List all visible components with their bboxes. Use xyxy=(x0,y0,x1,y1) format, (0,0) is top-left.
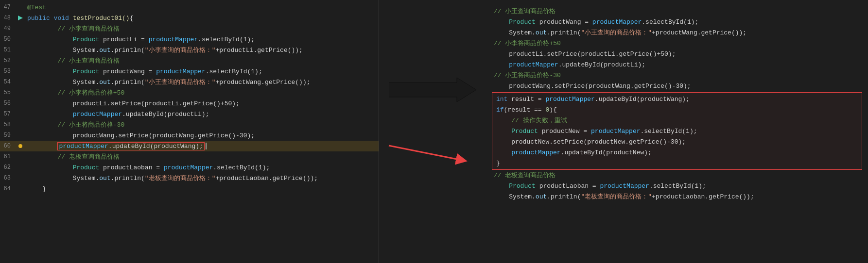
code-line-53: 53 Product productWang = productMapper.s… xyxy=(0,66,379,77)
line-content: Product productLaoban = productMapper.se… xyxy=(25,164,377,171)
code-token: productWang = xyxy=(539,18,592,26)
code-line-56: 56 productLi.setPrice(productLi.getPrice… xyxy=(0,98,379,109)
line-content: // 老板查询商品价格 xyxy=(25,152,377,161)
code-line-62: 62 Product productLaoban = productMapper… xyxy=(0,162,379,173)
line-content: // 小李将商品价格+50 xyxy=(25,88,377,97)
code-token: // 小李查询商品价格 xyxy=(27,25,120,33)
line-number: 48 xyxy=(0,15,16,21)
code-token: productNew = xyxy=(542,128,591,135)
code-token: Product xyxy=(73,68,103,75)
line-content: } xyxy=(25,185,377,193)
line-number: 57 xyxy=(0,111,16,117)
code-token: +productLaoban.getPrice()); xyxy=(215,175,318,182)
code-line-63: 63 System.out.println("老板查询的商品价格："+produ… xyxy=(0,173,379,183)
code-token: System. xyxy=(27,47,99,54)
code-token: .updateById(productWang); xyxy=(595,96,690,103)
black-arrow-icon xyxy=(389,75,476,104)
code-token: Product xyxy=(511,128,541,135)
code-token: productMapper xyxy=(600,182,649,190)
svg-line-2 xyxy=(389,146,462,160)
breakpoint-dot xyxy=(18,144,22,148)
code-token xyxy=(27,36,73,43)
line-content: productMapper.updateById(productLi); xyxy=(492,61,860,68)
code-line-47: 47 @Test xyxy=(0,2,379,13)
code-token: .selectById(1); xyxy=(649,182,706,190)
code-token: Product xyxy=(73,36,103,43)
code-token xyxy=(496,149,511,156)
right-code-line-12: Product productNew = productMapper.selec… xyxy=(494,126,860,136)
code-token xyxy=(494,18,509,26)
line-number: 55 xyxy=(0,89,16,96)
right-code-line-13: productNew.setPrice(productNew.getPrice(… xyxy=(494,136,860,147)
code-token: // 小李将商品价格+50 xyxy=(27,89,124,97)
code-line-61: 61 // 老板查询商品价格 xyxy=(0,151,379,162)
code-token: productLaoban = xyxy=(103,164,164,171)
line-number: 50 xyxy=(0,36,16,43)
code-token: "小王查询的商品价格：" xyxy=(145,79,216,86)
code-token: +productLi.getPrice()); xyxy=(215,47,302,54)
code-token: System. xyxy=(27,175,99,182)
code-token: } xyxy=(27,185,46,193)
left-code-lines: 47 @Test 48 public void testProduct01(){… xyxy=(0,0,379,196)
code-token: @Test xyxy=(27,4,46,11)
code-token xyxy=(27,68,73,75)
line-content: productMapper.updateById(productLi); xyxy=(25,111,377,118)
svg-marker-0 xyxy=(18,16,23,20)
code-token: ){ xyxy=(549,106,557,114)
line-content: System.out.println("小王查询的商品价格："+productW… xyxy=(25,78,377,86)
line-content: int result = productMapper.updateById(pr… xyxy=(494,96,858,103)
line-content: Product productLaoban = productMapper.se… xyxy=(492,182,860,190)
code-token: // 小王查询商品价格 xyxy=(494,8,556,15)
code-token: productWang.setPrice(productWang.getPric… xyxy=(494,82,691,90)
code-line-55: 55 // 小李将商品价格+50 xyxy=(0,87,379,98)
code-token xyxy=(496,117,511,124)
code-token: out xyxy=(99,175,110,182)
code-token: productLaoban = xyxy=(539,182,600,190)
code-token: .selectById(1); xyxy=(206,68,262,75)
right-code-line-4: // 小李将商品价格+50 xyxy=(492,38,862,49)
right-code-lines: // 小王查询商品价格 Product productWang = produc… xyxy=(492,4,862,204)
line-content: Product productLi = productMapper.select… xyxy=(25,36,377,43)
code-token: // 老板查询商品价格 xyxy=(27,153,120,161)
code-token: productMapper xyxy=(509,61,558,68)
code-token: // 操作失败，重试 xyxy=(511,117,567,124)
code-token: System. xyxy=(494,193,536,200)
line-content: // 小王查询商品价格 xyxy=(25,56,377,65)
code-token: out xyxy=(536,193,547,200)
code-token xyxy=(494,61,509,68)
line-number: 51 xyxy=(0,47,16,53)
code-token: productMapper xyxy=(545,96,594,103)
line-gutter xyxy=(16,15,25,21)
right-code-line-11: // 操作失败，重试 xyxy=(494,115,860,126)
right-code-line-3: System.out.println("小王查询的商品价格："+productW… xyxy=(492,27,862,38)
line-content: @Test xyxy=(25,4,377,11)
line-number: 63 xyxy=(0,175,16,181)
code-token: // 小王将商品价格-30 xyxy=(27,121,124,129)
line-number: 47 xyxy=(0,4,16,11)
code-token: Product xyxy=(509,182,539,190)
left-code-panel: 47 @Test 48 public void testProduct01(){… xyxy=(0,0,379,263)
arrow-section xyxy=(379,0,486,263)
line-content: // 小李查询商品价格 xyxy=(25,24,377,33)
code-token: productNew.setPrice(productNew.getPrice(… xyxy=(496,138,686,146)
line-number: 56 xyxy=(0,100,16,107)
code-token: productMapper xyxy=(156,68,205,75)
code-token: if xyxy=(496,106,504,114)
red-arrow-icon xyxy=(384,141,476,165)
right-code-line-16: // 老板查询商品价格 xyxy=(492,170,862,181)
right-code-line-18: System.out.println("老板查询的商品价格："+productL… xyxy=(492,191,862,202)
code-line-60: 60 productMapper.updateById(productWang)… xyxy=(0,141,379,151)
line-content: // 小李将商品价格+50 xyxy=(492,39,860,48)
right-code-line-8: productWang.setPrice(productWang.getPric… xyxy=(492,81,862,91)
code-token: .println( xyxy=(111,47,145,54)
code-token: // 老板查询商品价格 xyxy=(494,172,556,179)
line-number: 54 xyxy=(0,79,16,85)
code-token: +productLaoban.getPrice()); xyxy=(652,193,754,200)
code-token: (result == xyxy=(504,106,546,114)
line-content: // 小王将商品价格-30 xyxy=(492,71,860,80)
code-token: result = xyxy=(511,96,545,103)
code-token: .updateById(productWang); xyxy=(108,143,203,150)
line-number: 59 xyxy=(0,132,16,139)
code-token: // 小李将商品价格+50 xyxy=(494,40,561,47)
line-number: 64 xyxy=(0,185,16,192)
